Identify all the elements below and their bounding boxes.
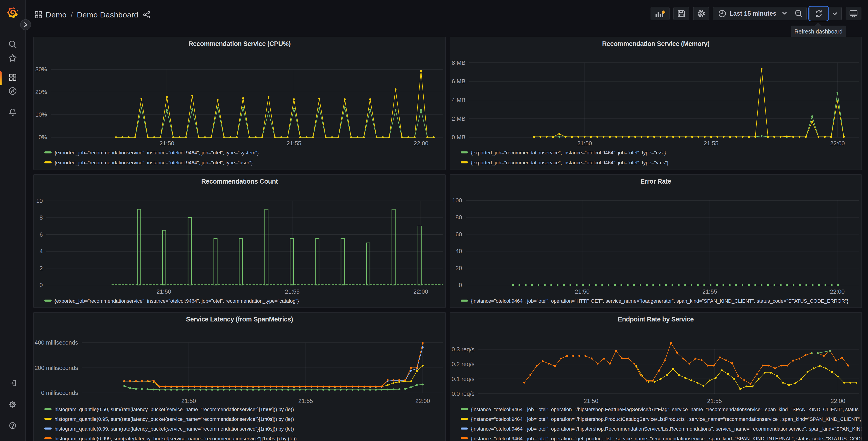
svg-text:2: 2 xyxy=(40,265,43,272)
svg-text:20: 20 xyxy=(456,265,462,271)
svg-text:21:50: 21:50 xyxy=(584,398,598,404)
svg-text:{exported_job="recommendations: {exported_job="recommendationservice", i… xyxy=(471,150,666,155)
svg-text:{instance="otelcol:9464", job=: {instance="otelcol:9464", job="otel", op… xyxy=(471,436,862,441)
svg-text:histogram_quantile(0.95, sum(r: histogram_quantile(0.95, sum(rate(latenc… xyxy=(55,416,294,422)
svg-text:{exported_job="recommendations: {exported_job="recommendationservice", i… xyxy=(55,298,299,304)
svg-text:40: 40 xyxy=(456,248,462,255)
svg-text:histogram_quantile(0.99, sum(r: histogram_quantile(0.99, sum(rate(latenc… xyxy=(55,426,294,432)
svg-text:6 MB: 6 MB xyxy=(452,78,465,85)
svg-text:4 MB: 4 MB xyxy=(452,97,465,104)
svg-text:6: 6 xyxy=(40,231,43,238)
svg-text:{instance="otelcol:9464", job=: {instance="otelcol:9464", job="otel", op… xyxy=(471,416,862,422)
svg-text:0: 0 xyxy=(459,282,462,288)
svg-text:80: 80 xyxy=(456,214,462,221)
svg-text:0 milliseconds: 0 milliseconds xyxy=(41,389,78,396)
svg-text:21:55: 21:55 xyxy=(704,140,718,147)
svg-text:{exported_job="recommendations: {exported_job="recommendationservice", i… xyxy=(55,160,253,166)
svg-text:20%: 20% xyxy=(35,89,47,95)
svg-text:{exported_job="recommendations: {exported_job="recommendationservice", i… xyxy=(471,160,669,166)
svg-text:0.0 req/s: 0.0 req/s xyxy=(452,390,474,397)
svg-text:2 MB: 2 MB xyxy=(452,115,465,122)
svg-text:21:55: 21:55 xyxy=(707,398,722,404)
svg-text:22:00: 22:00 xyxy=(830,288,845,295)
svg-text:21:55: 21:55 xyxy=(286,140,301,147)
svg-text:8: 8 xyxy=(40,214,43,221)
svg-text:21:50: 21:50 xyxy=(156,288,171,295)
svg-text:21:50: 21:50 xyxy=(575,288,589,295)
svg-text:0 MB: 0 MB xyxy=(452,134,465,141)
svg-text:0.3 req/s: 0.3 req/s xyxy=(452,346,474,353)
svg-text:0.2 req/s: 0.2 req/s xyxy=(452,361,474,368)
svg-text:{instance="otelcol:9464", job=: {instance="otelcol:9464", job="otel", op… xyxy=(471,407,862,412)
svg-text:histogram_quantile(0.999, sum(: histogram_quantile(0.999, sum(rate(laten… xyxy=(55,436,297,441)
svg-text:21:50: 21:50 xyxy=(159,140,174,147)
svg-text:{instance="otelcol:9464", job=: {instance="otelcol:9464", job="otel", op… xyxy=(471,426,862,432)
svg-text:100: 100 xyxy=(452,197,462,204)
svg-text:400 milliseconds: 400 milliseconds xyxy=(35,339,78,346)
svg-text:10: 10 xyxy=(36,198,43,204)
svg-text:histogram_quantile(0.50, sum(r: histogram_quantile(0.50, sum(rate(latenc… xyxy=(55,407,294,412)
svg-text:21:50: 21:50 xyxy=(577,140,592,147)
svg-text:22:00: 22:00 xyxy=(830,140,845,147)
svg-text:22:00: 22:00 xyxy=(413,288,428,295)
svg-text:60: 60 xyxy=(456,231,462,238)
svg-text:4: 4 xyxy=(40,248,43,255)
svg-text:0%: 0% xyxy=(38,134,47,141)
svg-text:0: 0 xyxy=(40,282,43,288)
svg-text:21:55: 21:55 xyxy=(702,288,717,295)
svg-text:22:00: 22:00 xyxy=(831,398,845,404)
svg-text:30%: 30% xyxy=(35,66,47,73)
svg-text:{instance="otelcol:9464", job=: {instance="otelcol:9464", job="otel", op… xyxy=(471,298,848,304)
svg-text:21:50: 21:50 xyxy=(181,398,196,404)
svg-text:21:55: 21:55 xyxy=(285,288,300,295)
svg-text:200 milliseconds: 200 milliseconds xyxy=(35,364,78,371)
svg-text:0.1 req/s: 0.1 req/s xyxy=(452,376,474,382)
svg-text:22:00: 22:00 xyxy=(415,398,430,404)
svg-text:22:00: 22:00 xyxy=(414,140,428,147)
svg-text:10%: 10% xyxy=(35,111,47,118)
svg-text:8 MB: 8 MB xyxy=(452,59,465,66)
svg-text:21:55: 21:55 xyxy=(298,398,313,404)
svg-text:{exported_job="recommendations: {exported_job="recommendationservice", i… xyxy=(55,150,259,155)
